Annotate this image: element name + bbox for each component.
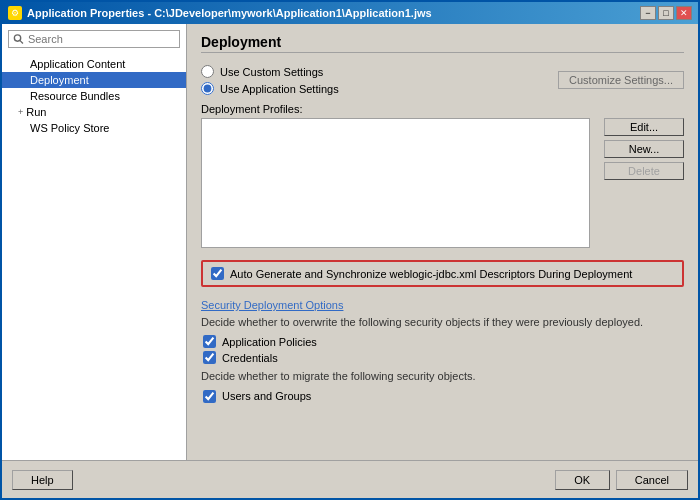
help-button[interactable]: Help — [12, 470, 73, 490]
security-desc2: Decide whether to migrate the following … — [201, 369, 684, 384]
auto-gen-label: Auto Generate and Synchronize weblogic-j… — [230, 268, 632, 280]
app-policies-row: Application Policies — [201, 335, 684, 348]
svg-line-1 — [20, 40, 23, 43]
bottom-left: Help — [12, 470, 73, 490]
app-policies-label: Application Policies — [222, 336, 317, 348]
bottom-right: OK Cancel — [555, 470, 688, 490]
section-title: Deployment — [201, 34, 684, 53]
app-settings-radio[interactable] — [201, 82, 214, 95]
credentials-row: Credentials — [201, 351, 684, 364]
new-button[interactable]: New... — [604, 140, 684, 158]
sidebar-item-ws-policy[interactable]: WS Policy Store — [2, 120, 186, 136]
credentials-checkbox[interactable] — [203, 351, 216, 364]
app-icon: ⚙ — [8, 6, 22, 20]
customize-settings-button[interactable]: Customize Settings... — [558, 71, 684, 89]
profiles-label: Deployment Profiles: — [201, 103, 684, 115]
security-desc1: Decide whether to overwrite the followin… — [201, 315, 684, 330]
app-policies-checkbox[interactable] — [203, 335, 216, 348]
profiles-row: Edit... New... Delete — [201, 118, 684, 252]
bottom-bar: Help OK Cancel — [2, 460, 698, 498]
title-bar: ⚙ Application Properties - C:\JDeveloper… — [2, 2, 698, 24]
users-groups-label: Users and Groups — [222, 390, 311, 402]
app-settings-label: Use Application Settings — [220, 83, 339, 95]
content-area: Application Content Deployment Resource … — [2, 24, 698, 460]
minimize-button[interactable]: − — [640, 6, 656, 20]
app-settings-row: Use Application Settings — [201, 82, 339, 95]
run-toggle-icon: + — [18, 107, 23, 117]
users-groups-row: Users and Groups — [201, 390, 684, 403]
auto-gen-checkbox[interactable] — [211, 267, 224, 280]
cancel-button[interactable]: Cancel — [616, 470, 688, 490]
settings-row: Use Custom Settings Use Application Sett… — [201, 65, 684, 95]
title-bar-left: ⚙ Application Properties - C:\JDeveloper… — [8, 6, 432, 20]
custom-settings-label: Use Custom Settings — [220, 66, 323, 78]
profiles-list — [201, 118, 590, 248]
close-button[interactable]: ✕ — [676, 6, 692, 20]
edit-button[interactable]: Edit... — [604, 118, 684, 136]
window-title: Application Properties - C:\JDeveloper\m… — [27, 7, 432, 19]
custom-settings-radio[interactable] — [201, 65, 214, 78]
deployment-profiles-section: Deployment Profiles: Edit... New... Dele… — [201, 103, 684, 252]
maximize-button[interactable]: □ — [658, 6, 674, 20]
auto-gen-box: Auto Generate and Synchronize weblogic-j… — [201, 260, 684, 287]
credentials-label: Credentials — [222, 352, 278, 364]
sidebar-item-app-content[interactable]: Application Content — [2, 56, 186, 72]
svg-point-0 — [14, 35, 20, 41]
sidebar-item-deployment[interactable]: Deployment — [2, 72, 186, 88]
app-properties-window: ⚙ Application Properties - C:\JDeveloper… — [0, 0, 700, 500]
users-groups-checkbox[interactable] — [203, 390, 216, 403]
tree-area: Application Content Deployment Resource … — [2, 54, 186, 460]
sidebar-item-resource-bundles[interactable]: Resource Bundles — [2, 88, 186, 104]
window-controls: − □ ✕ — [640, 6, 692, 20]
ok-button[interactable]: OK — [555, 470, 610, 490]
security-section: Security Deployment Options Decide wheth… — [201, 299, 684, 406]
search-input[interactable] — [28, 33, 175, 45]
sidebar-item-run[interactable]: + Run — [2, 104, 186, 120]
search-box — [8, 30, 180, 48]
delete-button[interactable]: Delete — [604, 162, 684, 180]
custom-settings-row: Use Custom Settings — [201, 65, 339, 78]
left-panel: Application Content Deployment Resource … — [2, 24, 187, 460]
right-panel: Deployment Use Custom Settings Use Appli… — [187, 24, 698, 460]
security-title: Security Deployment Options — [201, 299, 684, 311]
profiles-actions: Edit... New... Delete — [604, 118, 684, 252]
search-icon — [13, 33, 24, 45]
